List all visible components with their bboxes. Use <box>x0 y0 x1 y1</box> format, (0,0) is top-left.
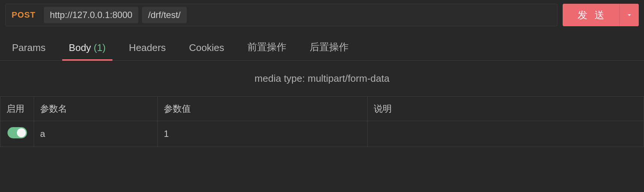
cell-desc[interactable] <box>368 121 644 147</box>
table-row: a 1 <box>0 121 644 147</box>
base-url-input[interactable]: http://127.0.0.1:8000 <box>44 7 138 23</box>
col-header-name: 参数名 <box>34 97 158 121</box>
chevron-down-icon <box>626 11 633 19</box>
col-header-desc: 说明 <box>368 97 644 121</box>
media-type-label: media type: multipart/form-data <box>0 61 644 96</box>
send-button[interactable]: 发 送 <box>563 4 619 26</box>
col-header-enable: 启用 <box>0 97 34 121</box>
send-button-group: 发 送 <box>563 4 639 26</box>
tab-post-request[interactable]: 后置操作 <box>310 40 349 60</box>
tab-headers[interactable]: Headers <box>129 42 166 60</box>
tabs: Params Body (1) Headers Cookies 前置操作 后置操… <box>0 30 644 60</box>
send-dropdown-button[interactable] <box>619 4 639 26</box>
tab-body[interactable]: Body (1) <box>69 42 106 60</box>
body-params-table: 启用 参数名 参数值 说明 a 1 <box>0 96 644 147</box>
path-input[interactable]: /drf/test/ <box>142 7 187 23</box>
cell-name[interactable]: a <box>34 121 158 147</box>
http-method[interactable]: POST <box>12 10 40 20</box>
url-container: POST http://127.0.0.1:8000 /drf/test/ <box>5 4 557 26</box>
tab-body-label: Body <box>69 42 91 53</box>
cell-enable <box>0 121 34 147</box>
cell-value[interactable]: 1 <box>158 121 368 147</box>
enable-toggle[interactable] <box>7 127 27 138</box>
tab-cookies[interactable]: Cookies <box>189 42 224 60</box>
tabs-container: Params Body (1) Headers Cookies 前置操作 后置操… <box>0 30 644 61</box>
request-bar: POST http://127.0.0.1:8000 /drf/test/ 发 … <box>0 0 644 30</box>
tab-pre-request[interactable]: 前置操作 <box>247 40 286 60</box>
tab-body-count: (1) <box>94 42 106 53</box>
tab-params[interactable]: Params <box>12 42 46 60</box>
col-header-value: 参数值 <box>158 97 368 121</box>
table-header-row: 启用 参数名 参数值 说明 <box>0 97 644 121</box>
